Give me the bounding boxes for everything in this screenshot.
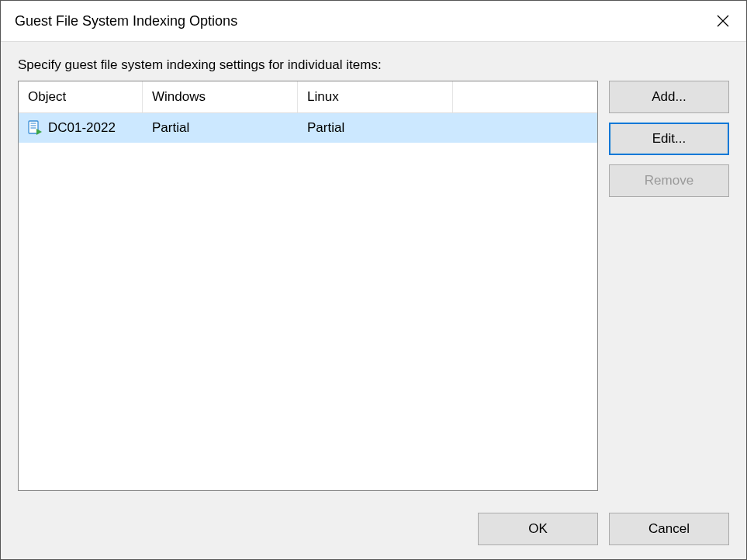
close-button[interactable] <box>711 9 735 33</box>
instruction-text: Specify guest file system indexing setti… <box>18 57 729 73</box>
items-table[interactable]: Object Windows Linux <box>18 81 598 491</box>
column-header-object[interactable]: Object <box>19 81 143 112</box>
main-row: Object Windows Linux <box>18 81 729 491</box>
table-body: DC01-2022 Partial Partial <box>19 113 597 143</box>
edit-button[interactable]: Edit... <box>609 123 729 155</box>
side-button-panel: Add... Edit... Remove <box>609 81 729 491</box>
cell-object: DC01-2022 <box>19 116 143 140</box>
cell-object-text: DC01-2022 <box>48 120 116 136</box>
dialog-window: Guest File System Indexing Options Speci… <box>0 0 747 560</box>
cell-linux: Partial <box>298 116 453 140</box>
add-button[interactable]: Add... <box>609 81 729 113</box>
titlebar: Guest File System Indexing Options <box>1 1 746 42</box>
column-header-empty <box>453 81 597 112</box>
remove-button: Remove <box>609 164 729 197</box>
cancel-button[interactable]: Cancel <box>609 513 729 545</box>
table-header: Object Windows Linux <box>19 81 597 113</box>
vm-icon <box>28 120 42 136</box>
dialog-footer: OK Cancel <box>1 502 746 559</box>
cell-empty <box>453 123 597 133</box>
dialog-content: Specify guest file system indexing setti… <box>1 42 746 502</box>
ok-button[interactable]: OK <box>478 513 598 545</box>
dialog-title: Guest File System Indexing Options <box>15 13 237 29</box>
column-header-windows[interactable]: Windows <box>143 81 298 112</box>
svg-marker-6 <box>36 129 42 135</box>
column-header-linux[interactable]: Linux <box>298 81 453 112</box>
table-row[interactable]: DC01-2022 Partial Partial <box>19 113 597 143</box>
cell-windows: Partial <box>143 116 298 140</box>
close-icon <box>717 15 729 27</box>
